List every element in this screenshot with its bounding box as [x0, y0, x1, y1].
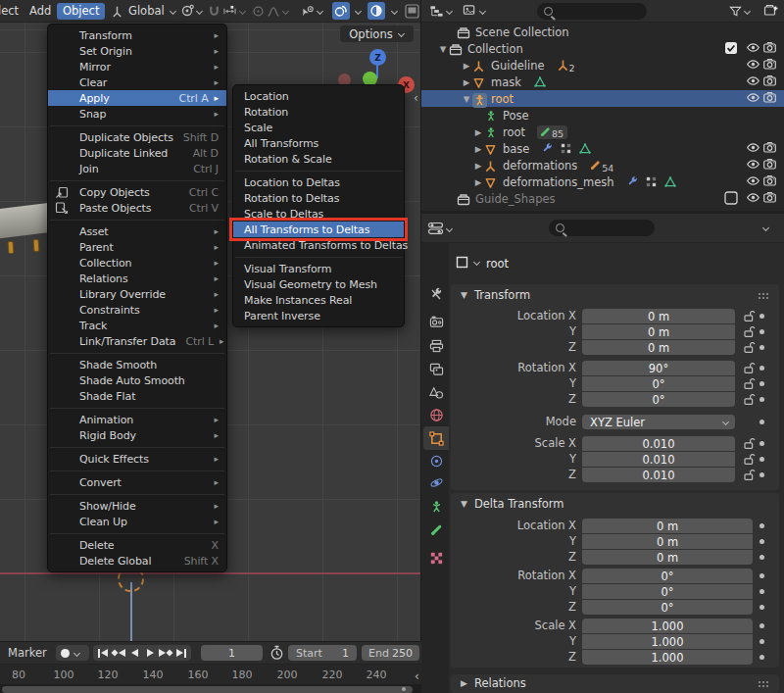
- object-menu-item-parent[interactable]: Parent▸: [48, 239, 226, 255]
- value-field[interactable]: 0°: [582, 600, 753, 615]
- mesh-object-peg[interactable]: [33, 239, 40, 252]
- pivot-point-dropdown[interactable]: [180, 2, 203, 20]
- object-menu-item-relations[interactable]: Relations▸: [48, 271, 226, 286]
- animate-dot-icon[interactable]: [760, 639, 764, 644]
- eye-toggle-icon[interactable]: [746, 158, 760, 173]
- outliner-row-guide-shapes[interactable]: Guide_Shapes: [421, 190, 784, 207]
- outliner-row-scene-collection[interactable]: Scene Collection: [421, 24, 784, 40]
- camera-toggle-icon[interactable]: [762, 58, 777, 73]
- tab-view-layer[interactable]: [423, 358, 449, 381]
- tab-physics[interactable]: [423, 470, 449, 494]
- expand-arrow-icon[interactable]: ▶: [472, 177, 484, 187]
- outliner-row-deformations[interactable]: ▶deformations54: [421, 157, 784, 173]
- apply-submenu-item-visual-transform[interactable]: Visual Transform: [233, 261, 404, 276]
- object-menu-item-shade-auto-smooth[interactable]: Shade Auto Smooth: [48, 372, 226, 388]
- chevron-down-icon[interactable]: [355, 8, 362, 15]
- object-menu-item-convert[interactable]: Convert▸: [48, 474, 226, 490]
- lock-open-icon[interactable]: [743, 362, 757, 374]
- auto-keying-button[interactable]: [56, 645, 89, 661]
- apply-submenu-item-all-transforms-to-deltas[interactable]: All Transforms to Deltas: [233, 222, 404, 237]
- show-overlays-toggle[interactable]: [332, 2, 350, 20]
- lock-open-icon[interactable]: [743, 393, 757, 406]
- breadcrumb-object-name[interactable]: root: [486, 257, 509, 271]
- outliner-search-input[interactable]: [537, 3, 647, 20]
- camera-toggle-icon[interactable]: [762, 91, 777, 106]
- object-menu-item-rigid-body[interactable]: Rigid Body▸: [48, 427, 226, 443]
- eye-toggle-icon[interactable]: [746, 74, 760, 89]
- lock-open-icon[interactable]: [743, 377, 757, 390]
- eye-toggle-icon[interactable]: [746, 191, 760, 206]
- animate-dot-icon[interactable]: [760, 397, 764, 402]
- new-collection-button[interactable]: [763, 3, 779, 19]
- object-menu-item-animation[interactable]: Animation▸: [48, 412, 226, 427]
- outliner-row-guideline[interactable]: ▶Guideline2: [421, 57, 784, 74]
- show-gizmo-dropdown[interactable]: [301, 2, 323, 20]
- timeline-scrollbar[interactable]: [0, 684, 421, 693]
- transform-orientation-dropdown[interactable]: Global: [111, 2, 176, 20]
- outliner-row-pose[interactable]: Pose: [421, 107, 784, 124]
- apply-submenu-item-rotation[interactable]: Rotation: [233, 104, 404, 120]
- value-field[interactable]: 90°: [582, 361, 735, 375]
- collapse-arrow-icon[interactable]: ▼: [461, 94, 472, 104]
- value-field[interactable]: 0°: [582, 569, 753, 583]
- eye-toggle-icon[interactable]: [746, 58, 760, 73]
- eye-toggle-icon[interactable]: [746, 41, 760, 56]
- animate-dot-icon[interactable]: [760, 441, 764, 446]
- object-menu-item-set-origin[interactable]: Set Origin▸: [48, 43, 226, 59]
- object-menu-item-paste-objects[interactable]: Paste ObjectsCtrl V: [48, 200, 226, 216]
- outliner-row-mask[interactable]: ▶mask: [421, 74, 784, 90]
- camera-toggle-icon[interactable]: [762, 158, 777, 173]
- camera-toggle-icon[interactable]: [762, 174, 777, 189]
- animate-dot-icon[interactable]: [760, 457, 764, 462]
- sidebar-collapse-icon[interactable]: ‹: [414, 91, 418, 105]
- tab-world[interactable]: [423, 403, 449, 426]
- animate-dot-icon[interactable]: [760, 573, 764, 578]
- menu-select-partial[interactable]: lect: [0, 3, 24, 20]
- value-field[interactable]: 0°: [582, 376, 735, 391]
- properties-search-input[interactable]: [549, 220, 655, 236]
- animate-dot-icon[interactable]: [760, 623, 764, 628]
- chevron-down-icon[interactable]: [762, 224, 769, 231]
- value-field[interactable]: 0 m: [582, 340, 735, 355]
- transform-panel-header[interactable]: ▼ Transform: [461, 288, 530, 302]
- lock-open-icon[interactable]: [743, 341, 757, 354]
- collapse-arrow-icon[interactable]: ▼: [437, 44, 449, 54]
- panel-grip-icon[interactable]: [758, 680, 769, 688]
- marker-menu[interactable]: Marker: [8, 646, 47, 660]
- breadcrumb-object-dropdown[interactable]: [455, 255, 480, 270]
- object-menu-item-copy-objects[interactable]: Copy ObjectsCtrl C: [48, 184, 226, 200]
- object-menu-item-clean-up[interactable]: Clean Up▸: [48, 514, 226, 529]
- viewport-shading-toggle[interactable]: [368, 2, 385, 20]
- value-field[interactable]: 0 m: [582, 309, 735, 323]
- outliner-row-root[interactable]: ▶root85: [421, 124, 784, 140]
- checkbox-unchecked-icon[interactable]: [724, 191, 739, 206]
- value-field[interactable]: 1.000: [582, 619, 753, 633]
- object-menu-item-shade-smooth[interactable]: Shade Smooth: [48, 357, 226, 372]
- object-menu-item-duplicate-objects[interactable]: Duplicate ObjectsShift D: [48, 129, 226, 145]
- object-menu-item-asset[interactable]: Asset▸: [48, 223, 226, 239]
- tab-constraints[interactable]: [423, 449, 449, 472]
- apply-submenu-item-all-transforms[interactable]: All Transforms: [233, 135, 404, 151]
- animate-dot-icon[interactable]: [760, 523, 764, 528]
- object-menu-item-snap[interactable]: Snap▸: [48, 106, 226, 122]
- object-menu-item-delete-global[interactable]: Delete GlobalShift X: [48, 553, 226, 569]
- apply-submenu-item-rotation-to-deltas[interactable]: Rotation to Deltas: [233, 190, 404, 206]
- animate-dot-icon[interactable]: [760, 472, 764, 477]
- tab-tool[interactable]: [423, 282, 449, 306]
- relations-panel-header[interactable]: ▶ Relations: [461, 676, 526, 690]
- menu-add[interactable]: Add: [24, 3, 57, 20]
- animate-dot-icon[interactable]: [760, 420, 764, 424]
- animate-dot-icon[interactable]: [760, 605, 764, 610]
- object-menu-item-constraints[interactable]: Constraints▸: [48, 302, 226, 318]
- tab-object[interactable]: [423, 426, 449, 450]
- object-menu-item-link-transfer-data[interactable]: Link/Transfer DataCtrl L▸: [48, 333, 226, 349]
- value-field[interactable]: 0 m: [582, 550, 753, 565]
- animate-dot-icon[interactable]: [760, 381, 764, 386]
- tab-bone[interactable]: [423, 518, 449, 541]
- gizmo-axis-z[interactable]: Z: [369, 49, 386, 66]
- checkbox-checked-icon[interactable]: [724, 41, 739, 56]
- value-field[interactable]: 0.010: [582, 452, 735, 467]
- animate-dot-icon[interactable]: [760, 589, 764, 594]
- timeline-collapse-icon[interactable]: ‹: [415, 669, 419, 683]
- properties-editor-type-dropdown[interactable]: [427, 220, 453, 237]
